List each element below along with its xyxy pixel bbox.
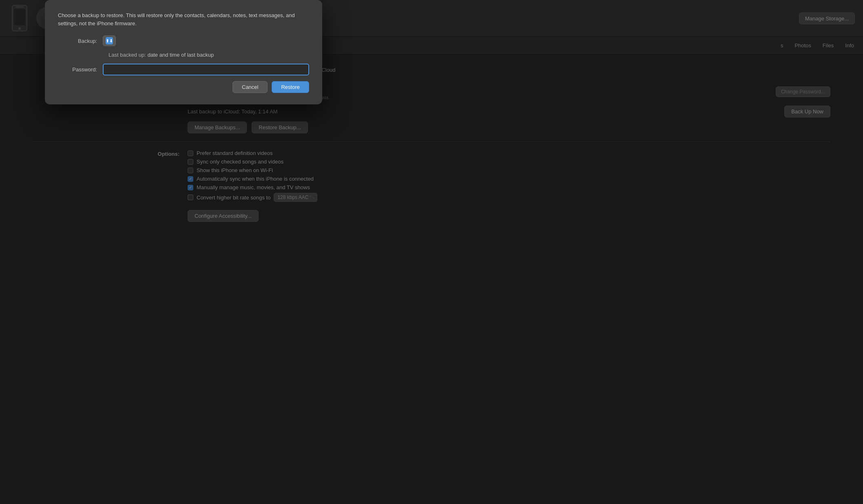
password-form-row: Password: [58, 64, 309, 75]
modal-buttons: Cancel Restore [58, 81, 309, 93]
modal-restore-button[interactable]: Restore [272, 81, 309, 93]
last-backed-up-row: Last backed up: date and time of last ba… [58, 52, 309, 58]
backup-spinner-icon: ⬆⬇ [106, 37, 113, 44]
backup-selector[interactable]: ⬆⬇ [103, 35, 116, 46]
password-input[interactable] [103, 64, 309, 75]
restore-modal: Choose a backup to restore. This will re… [45, 0, 322, 104]
backup-form-row: Backup: ⬆⬇ [58, 35, 309, 46]
last-backed-up-value: date and time of last backup [148, 52, 214, 58]
password-form-label: Password: [58, 66, 103, 73]
backup-form-label: Backup: [58, 38, 103, 44]
modal-cancel-button[interactable]: Cancel [232, 81, 268, 93]
modal-description: Choose a backup to restore. This will re… [58, 11, 309, 27]
last-backed-up-label: Last backed up: [108, 52, 146, 58]
